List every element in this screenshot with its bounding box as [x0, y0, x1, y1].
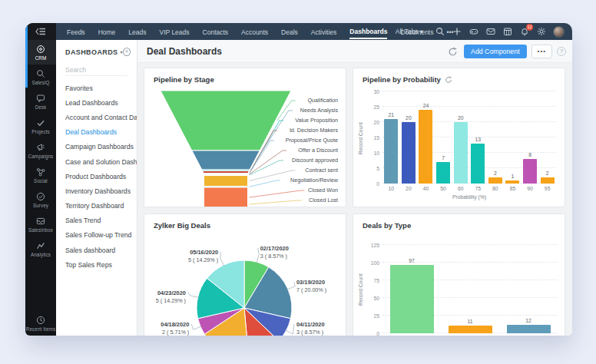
app-sidebar-item-projects[interactable]: Projects	[25, 114, 56, 138]
x-tick: 50	[435, 186, 452, 191]
user-avatar[interactable]	[553, 26, 565, 38]
app-sidebar-item-desk[interactable]: Desk	[25, 89, 56, 114]
funnel-segment-closed-won[interactable]	[204, 187, 248, 207]
dashboard-list-item-inventory-dashboards[interactable]: Inventory Dashboards	[56, 184, 137, 198]
dashboard-list-item-deal-dashboards[interactable]: Deal Dashboards	[56, 125, 137, 140]
tab-leads[interactable]: Leads	[128, 25, 146, 38]
sidebar-collapse-button[interactable]	[25, 23, 56, 40]
funnel-segment-contract-sent[interactable]	[204, 176, 248, 187]
dashboard-list: FavoritesLead DashboardsAccount and Cont…	[56, 81, 137, 272]
app-sidebar-item-salesiq[interactable]: SalesIQ	[25, 65, 56, 89]
mail-icon[interactable]	[485, 27, 495, 37]
funnel-label-id-decision-makers: Id. Decision Makers	[290, 127, 339, 134]
bar-value-label: 2	[494, 170, 497, 176]
plus-icon[interactable]	[452, 27, 462, 37]
card-pipeline-by-probability: Pipeline by Probability 0510152025302120…	[353, 68, 565, 207]
app-sidebar-item-analytics[interactable]: Analytics	[25, 237, 56, 261]
salesiq-icon	[36, 69, 45, 78]
dashboard-list-item-territory-dashboard[interactable]: Territory Dashboard	[56, 199, 137, 213]
dashboard-list-item-campaign-dashboards[interactable]: Campaign Dashboards	[56, 140, 137, 154]
dashboard-list-item-sales-dashboard[interactable]: Sales dashboard	[56, 243, 137, 257]
topbar-actions: All Tabs ▾ 12	[391, 23, 572, 40]
card-zylker-big-deals: Zylker Big Deals 02/17/20203 ( 8.57% )03…	[144, 213, 346, 336]
recent-icon	[36, 316, 45, 325]
funnel-label-qualification: Qualification	[307, 97, 338, 104]
app-sidebar-item-social[interactable]: Social	[25, 163, 56, 187]
dashboard-search-input[interactable]	[65, 65, 127, 76]
bar-10[interactable]	[384, 119, 398, 184]
campaigns-icon	[36, 143, 45, 152]
dashboard-list-item-sales-follow-up-trend[interactable]: Sales Follow-up Trend	[56, 228, 137, 243]
bar-value-label: 7	[442, 155, 445, 160]
salesinbox-icon	[36, 217, 45, 226]
app-sidebar-item-survey[interactable]: Survey	[25, 187, 56, 212]
tab-contacts[interactable]: Contacts	[203, 25, 229, 38]
bar-20[interactable]	[402, 122, 416, 184]
bar-90[interactable]	[523, 159, 537, 184]
x-tick: 90	[522, 186, 539, 191]
card-pipeline-by-stage: Pipeline by Stage QualificationNeeds Ana…	[144, 68, 346, 207]
tab-activities[interactable]: Activities	[311, 25, 337, 38]
more-options-button[interactable]: •••	[531, 45, 552, 58]
add-dashboard-button[interactable]: +	[123, 48, 131, 56]
bar-value-label: 12	[525, 318, 531, 323]
dashboard-list-item-favorites[interactable]: Favorites	[56, 81, 137, 95]
bar-col-3[interactable]	[507, 325, 551, 333]
tab-deals[interactable]: Deals	[281, 25, 298, 38]
bar-60[interactable]	[454, 122, 468, 184]
y-tick: 20	[363, 120, 379, 125]
tab-vip-leads[interactable]: VIP Leads	[159, 25, 189, 38]
app-sidebar-item-recent-items[interactable]: Recent Items	[25, 311, 56, 336]
add-component-button[interactable]: Add Component	[464, 45, 527, 58]
active-product-indicator	[25, 23, 28, 88]
pie-label-value: 5 ( 14.29% )	[188, 256, 218, 263]
help-button[interactable]: ?	[557, 47, 566, 56]
tab-accounts[interactable]: Accounts	[241, 25, 268, 38]
settings-gear-icon[interactable]	[536, 27, 546, 37]
games-icon[interactable]	[469, 27, 478, 37]
x-tick: 95	[538, 186, 556, 191]
dashboard-list-item-account-and-contact-da[interactable]: Account and Contact Da...	[56, 110, 137, 124]
dashboard-list-item-sales-trend[interactable]: Sales Trend	[56, 213, 137, 228]
bar-80[interactable]	[488, 177, 502, 184]
bar-95[interactable]	[541, 177, 555, 184]
bar-85[interactable]	[505, 180, 519, 184]
bar-75[interactable]	[471, 144, 485, 184]
refresh-icon[interactable]	[448, 46, 458, 56]
app-sidebar-item-salesinbox[interactable]: SalesInbox	[25, 212, 56, 237]
dashboard-list-item-lead-dashboards[interactable]: Lead Dashboards	[56, 95, 137, 110]
bar-col-1[interactable]	[390, 265, 434, 333]
bar-value-label: 11	[467, 319, 472, 324]
funnel-label-closed-lost: Closed Lost	[309, 197, 338, 204]
notification-badge: 12	[526, 24, 533, 31]
card-deals-by-type: Deals by Type 0255075100125971112Record …	[353, 213, 565, 336]
y-tick: 10	[363, 151, 379, 156]
app-sidebar-item-crm[interactable]: CRM	[25, 40, 56, 65]
tab-dashboards[interactable]: Dashboards	[349, 25, 387, 39]
x-tick: 75	[469, 186, 487, 191]
search-icon[interactable]	[435, 27, 445, 37]
funnel-segment-qualification[interactable]	[161, 91, 291, 151]
app-sidebar-item-campaigns[interactable]: Campaigns	[25, 138, 56, 163]
dashboard-list-item-product-dashboards[interactable]: Product Dashboards	[56, 169, 137, 184]
funnel-segment-needs-analysis[interactable]	[192, 151, 260, 170]
dashboard-list-item-top-sales-reps[interactable]: Top Sales Reps	[56, 257, 137, 272]
notifications-icon[interactable]: 12	[519, 27, 529, 37]
y-tick: 25	[363, 313, 379, 319]
x-tick: 10	[382, 186, 400, 191]
tab-feeds[interactable]: Feeds	[67, 25, 85, 38]
bar-40[interactable]	[419, 110, 432, 184]
pie-label-date: 04/23/2020	[157, 290, 186, 296]
pie-label-value: 2 ( 5.71% )	[162, 329, 189, 336]
calendar-icon[interactable]	[502, 27, 512, 37]
pie-label-value: 3 ( 8.57% )	[296, 329, 323, 336]
y-tick: 0	[363, 331, 379, 336]
y-tick: 25	[363, 104, 379, 110]
pie-label-date: 04/11/2020	[296, 321, 325, 328]
bar-50[interactable]	[436, 162, 450, 184]
tab-home[interactable]: Home	[98, 25, 116, 38]
all-tabs-dropdown[interactable]: All Tabs ▾	[396, 28, 423, 35]
dashboard-list-item-case-and-solution-dash[interactable]: Case and Solution Dash...	[56, 154, 137, 169]
bar-col-2[interactable]	[449, 326, 492, 333]
analytics-icon	[36, 241, 45, 250]
